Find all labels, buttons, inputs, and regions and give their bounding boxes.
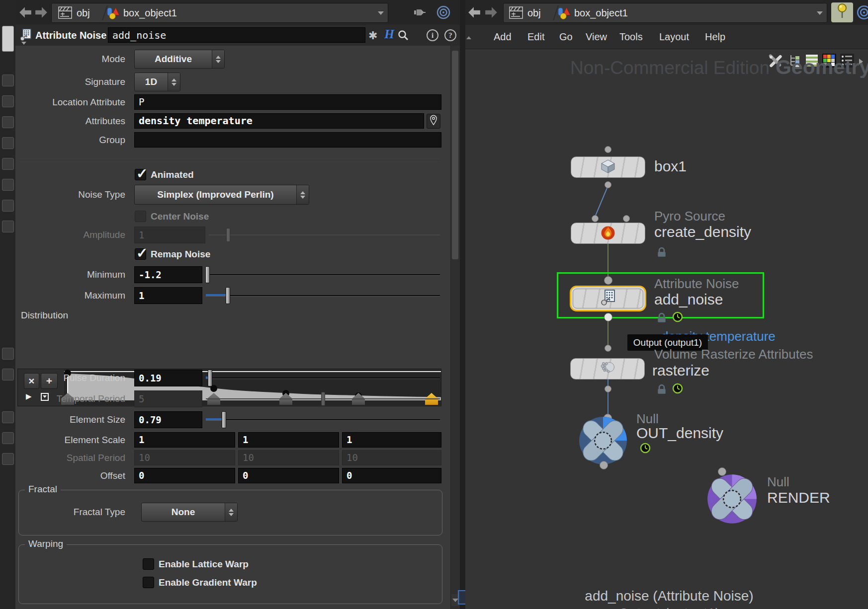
amplitude-field[interactable]: 1 — [134, 227, 205, 243]
minimum-slider[interactable] — [206, 274, 440, 276]
breadcrumb-node[interactable]: box_object1 — [123, 3, 177, 22]
pulse-duration-slider[interactable] — [206, 378, 440, 379]
shelf-tool-icon[interactable] — [2, 137, 14, 149]
forward-arrow-icon[interactable] — [34, 6, 48, 19]
center-noise-checkbox[interactable] — [135, 211, 146, 222]
node-output-dot[interactable] — [604, 313, 612, 321]
spinner-icon[interactable] — [168, 73, 180, 91]
node-input-dot[interactable] — [592, 215, 599, 222]
gradient-warp-checkbox[interactable] — [143, 577, 154, 588]
element-size-slider[interactable] — [206, 419, 440, 421]
shelf-tool-icon[interactable] — [2, 348, 14, 360]
attribute-noise-node-icon — [19, 28, 32, 43]
spinner-icon[interactable] — [225, 503, 237, 521]
shelf-tool-icon[interactable] — [2, 158, 14, 170]
node-input-dot[interactable] — [605, 146, 611, 153]
param-scrollbar-thumb[interactable] — [452, 51, 458, 259]
maximum-field[interactable]: 1 — [134, 287, 202, 304]
link-target-icon[interactable] — [435, 4, 451, 22]
minimum-field[interactable]: -1.2 — [134, 266, 202, 283]
node-output-dot[interactable] — [605, 385, 611, 392]
node-input-dot[interactable] — [604, 276, 612, 285]
param-label-attributes: Attributes — [15, 113, 125, 129]
location-attribute-field[interactable]: P — [134, 94, 441, 110]
node-input-dot[interactable] — [623, 215, 630, 222]
node-box1[interactable] — [571, 156, 645, 178]
node-input-dot[interactable] — [605, 345, 611, 352]
shelf-tool-icon[interactable] — [2, 369, 14, 381]
offset-z-field[interactable]: 0 — [342, 468, 441, 483]
path-field[interactable]: obj box_object1 — [51, 3, 388, 23]
shelf-tool-icon[interactable] — [2, 411, 14, 423]
amplitude-slider-handle[interactable] — [226, 228, 230, 242]
node-create-density[interactable] — [571, 223, 645, 244]
remap-noise-checkbox[interactable]: ✓ — [135, 248, 146, 260]
node-render[interactable] — [706, 473, 758, 527]
spatial-period-x-field[interactable]: 10 — [134, 450, 235, 465]
maximum-slider-handle[interactable] — [226, 287, 230, 304]
minimum-slider-handle[interactable] — [205, 266, 210, 283]
temporal-period-field[interactable]: 5 — [134, 390, 202, 407]
info-icon[interactable]: i — [427, 29, 438, 41]
node-output-dot[interactable] — [605, 181, 611, 188]
offset-y-field[interactable]: 0 — [238, 468, 339, 483]
param-scrollbar[interactable] — [450, 46, 460, 609]
noise-type-dropdown[interactable]: Simplex (Improved Perlin) — [134, 185, 309, 205]
animated-checkbox[interactable]: ✓ — [135, 169, 146, 180]
param-label-offset: Offset — [15, 468, 125, 483]
node-out-density[interactable] — [578, 415, 628, 468]
element-scale-z-field[interactable]: 1 — [342, 432, 441, 448]
help-icon[interactable]: ? — [444, 29, 456, 41]
shelf-tool-icon[interactable] — [2, 221, 14, 232]
group-field[interactable] — [134, 132, 441, 148]
shelf-tool-icon[interactable] — [2, 453, 14, 465]
spatial-period-y-field[interactable]: 10 — [238, 450, 339, 465]
search-icon[interactable] — [397, 29, 409, 43]
pane-divider[interactable] — [460, 0, 465, 609]
shelf-tool-icon[interactable] — [2, 179, 14, 191]
shelf-tool-icon[interactable] — [2, 95, 14, 107]
signature-dropdown[interactable]: 1D — [134, 73, 180, 91]
temporal-period-slider-handle[interactable] — [321, 392, 325, 406]
breadcrumb-context[interactable]: obj — [77, 3, 90, 22]
spinner-icon[interactable] — [296, 185, 309, 204]
node-name-label: create_density — [654, 224, 751, 240]
houdini-badge-icon[interactable]: H — [384, 27, 394, 42]
maximum-slider[interactable] — [206, 295, 440, 297]
shelf-tool-icon[interactable] — [2, 432, 14, 444]
node-add-noise-selected[interactable] — [570, 286, 646, 311]
element-size-slider-handle[interactable] — [222, 411, 226, 428]
offset-x-field[interactable]: 0 — [134, 468, 235, 483]
pulse-duration-field[interactable]: 0.19 — [134, 370, 202, 386]
pin-icon[interactable] — [413, 6, 426, 21]
pulse-duration-slider-handle[interactable] — [208, 370, 212, 386]
fractal-type-dropdown[interactable]: None — [141, 503, 238, 522]
param-label-amplitude: Amplitude — [15, 227, 125, 243]
amplitude-slider[interactable] — [209, 234, 440, 235]
attributes-field[interactable]: density temperature — [134, 113, 424, 129]
gear-icon[interactable]: ✱ — [368, 29, 377, 42]
spatial-period-z-field[interactable]: 10 — [342, 450, 441, 465]
element-scale-y-field[interactable]: 1 — [238, 432, 339, 448]
fractal-group-legend[interactable]: Fractal — [25, 484, 61, 495]
warping-group-legend[interactable]: Warping — [25, 538, 67, 549]
node-name-label: RENDER — [767, 489, 830, 506]
lattice-warp-checkbox[interactable] — [143, 558, 154, 570]
path-dropdown-icon[interactable] — [378, 11, 384, 15]
back-arrow-icon[interactable] — [18, 6, 32, 19]
mode-dropdown[interactable]: Additive — [134, 50, 225, 69]
element-size-field[interactable]: 0.79 — [134, 411, 202, 428]
node-name-field[interactable]: add_noise — [108, 27, 365, 43]
node-add-noise-body[interactable] — [573, 289, 643, 308]
element-scale-x-field[interactable]: 1 — [134, 432, 235, 448]
shelf-tool-icon[interactable] — [2, 75, 14, 86]
node-rasterize[interactable] — [570, 358, 645, 380]
node-name-label: OUT_density — [636, 425, 723, 442]
shelf-tool-icon[interactable] — [2, 200, 14, 212]
shelf-tool-icon[interactable] — [2, 116, 14, 128]
node-output-dot[interactable] — [600, 461, 608, 469]
network-status-line-2: Output (output1) — [540, 606, 798, 609]
node-type-dropdown-icon[interactable] — [21, 42, 26, 45]
spinner-icon[interactable] — [212, 50, 224, 68]
attribute-picker-pin-icon[interactable] — [427, 114, 440, 129]
